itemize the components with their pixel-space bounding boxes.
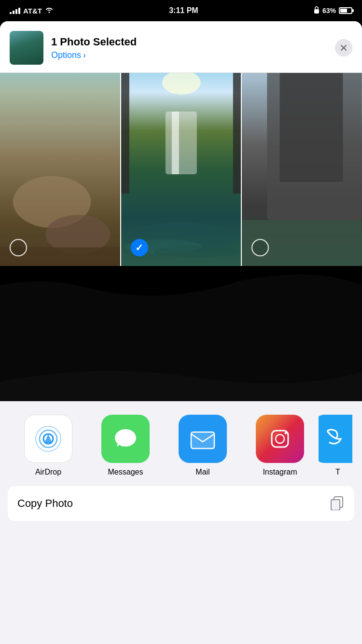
share-header: 1 Photo Selected Options › <box>0 21 362 73</box>
mail-icon[interactable] <box>179 415 227 463</box>
twitter-label: T <box>335 468 340 476</box>
status-time: 3:11 PM <box>169 6 198 15</box>
svg-point-26 <box>276 434 284 443</box>
copy-photo-label: Copy Photo <box>17 497 73 510</box>
svg-point-13 <box>153 246 240 257</box>
svg-rect-8 <box>166 112 197 174</box>
svg-rect-30 <box>331 500 340 510</box>
mail-label: Mail <box>195 468 209 476</box>
svg-point-27 <box>285 432 287 434</box>
share-sheet: 1 Photo Selected Options › <box>0 21 362 644</box>
photo-strip: ✓ <box>0 73 362 266</box>
copy-photo-row[interactable]: Copy Photo <box>8 486 354 521</box>
svg-rect-9 <box>172 112 179 174</box>
carrier-label: AT&T <box>23 7 42 15</box>
svg-rect-23 <box>191 432 214 448</box>
selection-circle-1[interactable] <box>10 239 27 256</box>
signal-bars-icon <box>10 8 20 14</box>
photo-selected-title: 1 Photo Selected <box>51 36 335 48</box>
battery-icon <box>339 7 352 14</box>
messages-label: Messages <box>108 468 143 476</box>
selection-circle-2[interactable]: ✓ <box>131 239 148 256</box>
messages-icon[interactable] <box>101 415 150 463</box>
lock-icon <box>314 6 320 15</box>
options-button[interactable]: Options › <box>51 50 335 60</box>
twitter-item[interactable]: T <box>319 415 352 476</box>
status-bar: AT&T 3:11 PM 63% <box>0 0 362 21</box>
checkmark-icon: ✓ <box>135 242 143 253</box>
chevron-right-icon: › <box>83 50 86 60</box>
battery-percent: 63% <box>322 7 336 14</box>
selected-photo-thumbnail <box>10 31 43 65</box>
wifi-icon <box>45 6 54 15</box>
messages-item[interactable]: Messages <box>87 415 164 476</box>
svg-rect-7 <box>233 73 241 194</box>
status-left: AT&T <box>10 6 54 15</box>
twitter-icon[interactable] <box>319 415 352 463</box>
mail-item[interactable]: Mail <box>164 415 241 476</box>
instagram-item[interactable]: Instagram <box>241 415 319 476</box>
photo-item-1[interactable] <box>0 73 121 266</box>
photo-item-3[interactable] <box>242 73 362 266</box>
instagram-label: Instagram <box>263 468 297 476</box>
status-right: 63% <box>314 6 352 15</box>
svg-rect-16 <box>280 73 343 182</box>
airdrop-item[interactable]: AirDrop <box>10 415 87 476</box>
svg-rect-0 <box>314 9 319 14</box>
copy-icon <box>329 495 345 512</box>
svg-rect-6 <box>121 73 129 194</box>
redacted-area <box>0 266 362 401</box>
close-button[interactable] <box>335 39 352 56</box>
app-icons-section: AirDrop Messages <box>0 401 362 481</box>
header-text: 1 Photo Selected Options › <box>51 36 335 60</box>
instagram-icon[interactable] <box>256 415 304 463</box>
action-rows: Copy Photo <box>0 481 362 521</box>
app-icons-row: AirDrop Messages <box>10 415 352 476</box>
airdrop-label: AirDrop <box>35 468 61 476</box>
photo-item-2[interactable]: ✓ <box>121 73 242 266</box>
airdrop-icon[interactable] <box>24 415 72 463</box>
